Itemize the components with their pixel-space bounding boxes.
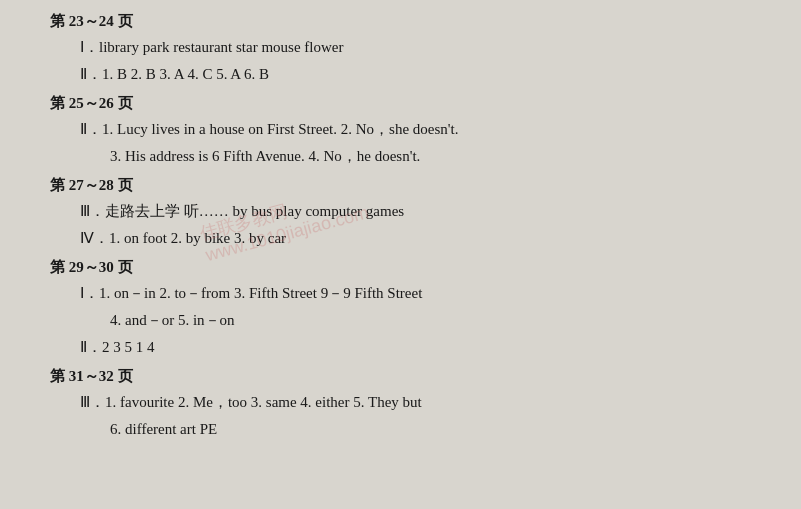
section-title-29-30: 第 29～30 页 <box>50 258 771 277</box>
line-25-26-II-1: Ⅱ．1. Lucy lives in a house on First Stre… <box>50 117 771 141</box>
line-27-28-IV: Ⅳ．1. on foot 2. by bike 3. by car <box>50 226 771 250</box>
section-23-24: 第 23～24 页 Ⅰ．library park restaurant star… <box>50 12 771 86</box>
line-31-32-III-2: 6. different art PE <box>50 417 771 441</box>
line-29-30-II: Ⅱ．2 3 5 1 4 <box>50 335 771 359</box>
line-27-28-III: Ⅲ．走路去上学 听…… by bus play computer games <box>50 199 771 223</box>
line-25-26-II-3: 3. His address is 6 Fifth Avenue. 4. No，… <box>50 144 771 168</box>
section-29-30: 第 29～30 页 Ⅰ．1. on－in 2. to－from 3. Fifth… <box>50 258 771 359</box>
line-23-24-II: Ⅱ．1. B 2. B 3. A 4. C 5. A 6. B <box>50 62 771 86</box>
line-31-32-III-1: Ⅲ．1. favourite 2. Me，too 3. same 4. eith… <box>50 390 771 414</box>
section-title-25-26: 第 25～26 页 <box>50 94 771 113</box>
line-23-24-I: Ⅰ．library park restaurant star mouse flo… <box>50 35 771 59</box>
page-container: 佳联多教网 www.1010jiajiao.com 第 23～24 页 Ⅰ．li… <box>0 0 801 509</box>
section-title-23-24: 第 23～24 页 <box>50 12 771 31</box>
section-31-32: 第 31～32 页 Ⅲ．1. favourite 2. Me，too 3. sa… <box>50 367 771 441</box>
line-29-30-I-1: Ⅰ．1. on－in 2. to－from 3. Fifth Street 9－… <box>50 281 771 305</box>
section-title-27-28: 第 27～28 页 <box>50 176 771 195</box>
line-29-30-I-2: 4. and－or 5. in－on <box>50 308 771 332</box>
section-27-28: 第 27～28 页 Ⅲ．走路去上学 听…… by bus play comput… <box>50 176 771 250</box>
section-25-26: 第 25～26 页 Ⅱ．1. Lucy lives in a house on … <box>50 94 771 168</box>
section-title-31-32: 第 31～32 页 <box>50 367 771 386</box>
